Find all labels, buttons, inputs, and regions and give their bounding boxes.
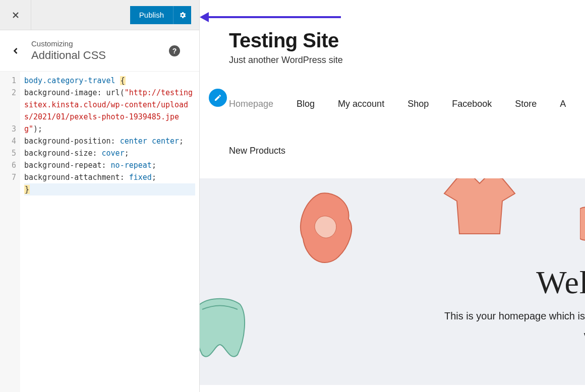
primary-nav: HomepageBlogMy accountShopFacebookStoreA [200,99,585,109]
nav-item[interactable]: A [560,99,566,109]
back-button[interactable] [0,46,31,56]
hero-title: Welco [536,264,585,301]
pencil-icon [214,94,222,102]
nav-item[interactable]: Store [515,99,537,109]
hero-illustration-tshirt [442,178,517,239]
close-icon [11,10,21,20]
site-header: Testing Site Just another WordPress site [200,0,585,66]
hero-illustration-hoodie [290,188,361,269]
section-header: Customizing Additional CSS ? [0,30,199,72]
customizing-label: Customizing [31,39,169,48]
hero-illustration-partial [580,204,585,244]
gear-icon [179,11,187,19]
nav-item[interactable]: Facebook [452,99,492,109]
site-title[interactable]: Testing Site [229,29,585,52]
nav-item[interactable]: Homepage [229,99,273,109]
publish-settings-button[interactable] [173,6,191,24]
hero-illustration-shorts [200,294,250,365]
publish-group: Publish [130,6,191,24]
nav-item[interactable]: Shop [407,99,429,109]
editor-code[interactable]: body.category-travel {background-image: … [20,72,199,392]
hero-section: Welco This is your homepage which is wha… [200,178,585,385]
site-preview: Testing Site Just another WordPress site… [200,0,585,392]
help-button[interactable]: ? [169,45,180,56]
nav-sub-item[interactable]: New Products [200,146,585,156]
section-title: Additional CSS [31,49,169,62]
hero-text-line1: This is your homepage which is what m [444,310,585,322]
site-tagline: Just another WordPress site [229,55,585,66]
chevron-left-icon [11,46,21,56]
customizer-sidebar: Publish Customizing Additional CSS ? 123… [0,0,200,392]
editor-gutter: 1234567 [0,72,20,392]
publish-button[interactable]: Publish [130,6,173,24]
css-editor[interactable]: 1234567 body.category-travel {background… [0,72,199,392]
customizer-topbar: Publish [0,0,199,30]
section-titles: Customizing Additional CSS [31,39,169,62]
arrow-head-icon [200,12,209,22]
arrow-line [204,16,341,18]
nav-item[interactable]: Blog [297,99,315,109]
app-root: Publish Customizing Additional CSS ? 123… [0,0,585,392]
close-button[interactable] [0,0,31,30]
nav-item[interactable]: My account [338,99,384,109]
edit-shortcut-button[interactable] [209,89,227,107]
annotation-arrow [200,11,341,23]
